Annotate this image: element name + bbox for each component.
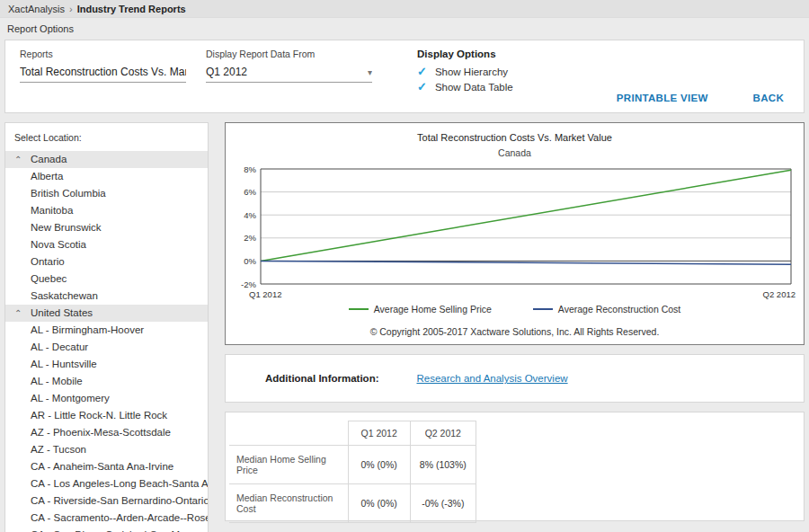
location-tree-item-label: Quebec [31,270,67,288]
location-tree-item[interactable]: AL - Mobile [5,373,208,390]
location-tree-item[interactable]: Saskatchewan [5,288,208,305]
legend-label: Average Reconstruction Cost [558,304,680,315]
select-location-label: Select Location: [5,123,208,151]
location-tree-item[interactable]: CA - Sacramento--Arden-Arcade--Roseville [5,510,208,527]
period-select[interactable]: Q1 2012 ▾ [206,66,372,83]
chevron-up-icon [14,492,31,510]
svg-text:Q2 2012: Q2 2012 [762,289,795,299]
chart-title: Total Reconstruction Costs Vs. Market Va… [226,132,804,143]
chevron-up-icon [14,339,31,356]
location-tree-item-label: AL - Montgomery [31,390,110,407]
show-data-table-label: Show Data Table [435,82,513,93]
show-hierarchy-label: Show Hierarchy [435,66,508,77]
show-data-table-checkbox[interactable]: ✓ Show Data Table [417,79,513,94]
location-tree-item-label: AL - Mobile [31,373,83,390]
location-tree-item[interactable]: AL - Huntsville [5,356,208,373]
location-tree-item-label: AL - Birmingham-Hoover [31,322,144,339]
legend-label: Average Home Selling Price [374,304,492,315]
location-tree-item[interactable]: AR - Little Rock-N. Little Rock [5,407,208,424]
location-panel: Select Location: ⌃ Canada Alberta [4,122,209,532]
chevron-up-icon [14,185,31,202]
location-tree-item[interactable]: AZ - Tucson [5,441,208,458]
location-tree-item[interactable]: ⌃ United States [5,305,208,322]
breadcrumb-root-link[interactable]: XactAnalysis [8,4,65,14]
location-tree-item[interactable]: AL - Decatur [5,339,208,356]
research-analysis-link[interactable]: Research and Analysis Overview [416,373,567,384]
printable-view-button[interactable]: PRINTABLE VIEW [617,93,708,103]
back-button[interactable]: BACK [753,93,784,103]
trend-line-chart: 8%6%4%2%0%-2%Q1 2012Q2 2012 [232,164,798,301]
row-label: Median Reconstruction Cost [229,484,348,523]
chevron-up-icon [14,168,31,185]
chevron-up-icon [14,510,31,527]
svg-text:Q1 2012: Q1 2012 [249,289,281,299]
column-header-q1: Q1 2012 [348,421,410,446]
location-tree-item[interactable]: Quebec [5,270,208,288]
svg-text:0%: 0% [244,256,256,266]
location-tree-item-label: Alberta [31,168,63,185]
location-tree-item[interactable]: Ontario [5,253,208,270]
breadcrumb-current: Industry Trend Reports [77,4,186,14]
location-tree-item-label: British Columbia [31,185,106,202]
show-hierarchy-checkbox[interactable]: ✓ Show Hierarchy [417,64,513,79]
cell-value: 0% (0%) [348,446,410,484]
chevron-up-icon [14,458,31,475]
location-tree-item[interactable]: CA - Anaheim-Santa Ana-Irvine [5,458,208,475]
location-tree-item-label: CA - Los Angeles-Long Beach-Santa Ana [31,475,208,492]
chevron-up-icon [14,202,31,219]
location-tree-item-label: Manitoba [31,202,73,219]
svg-text:4%: 4% [244,210,256,220]
location-tree-item-label: Saskatchewan [31,288,98,305]
location-tree-item-label: AR - Little Rock-N. Little Rock [31,407,167,424]
display-options-group: Display Options ✓ Show Hierarchy ✓ Show … [417,49,513,94]
checkmark-icon: ✓ [417,65,427,78]
location-tree-item[interactable]: Alberta [5,168,208,185]
location-tree-item-label: AZ - Phoenix-Mesa-Scottsdale [31,424,171,441]
location-tree-item[interactable]: New Brunswick [5,219,208,236]
reports-select[interactable]: Total Reconstruction Costs Vs. Mark... ▾ [20,66,186,83]
chart-panel: Total Reconstruction Costs Vs. Market Va… [225,122,805,345]
chevron-up-icon [14,407,31,424]
location-tree-item-label: AL - Huntsville [31,356,97,373]
cell-value: -0% (-3%) [410,484,476,523]
location-tree-item[interactable]: CA - Riverside-San Bernardino-Ontario [5,492,208,510]
location-tree-item[interactable]: British Columbia [5,185,208,202]
legend-item-selling-price: Average Home Selling Price [349,304,492,315]
cell-value: 0% (0%) [348,484,410,523]
reports-select-value: Total Reconstruction Costs Vs. Mark... [20,66,186,78]
chevron-up-icon [14,475,31,492]
median-data-table: Q1 2012 Q2 2012 Median Home Selling Pric… [229,421,476,523]
chevron-up-icon: ⌃ [14,151,31,168]
chevron-up-icon [14,236,31,253]
location-tree-item[interactable]: Nova Scotia [5,236,208,253]
location-tree-item-label: Nova Scotia [31,236,86,253]
row-label: Median Home Selling Price [229,446,348,484]
column-header-q2: Q2 2012 [410,421,476,446]
location-tree-item-label: New Brunswick [31,219,102,236]
location-tree-item-label: Ontario [31,253,65,270]
report-options-title: Report Options [7,23,802,34]
location-tree-item[interactable]: Manitoba [5,202,208,219]
chevron-up-icon [14,219,31,236]
checkmark-icon: ✓ [417,80,427,93]
display-options-label: Display Options [417,49,513,59]
report-options-panel: Reports Total Reconstruction Costs Vs. M… [4,40,805,113]
location-tree-item[interactable]: AZ - Phoenix-Mesa-Scottsdale [5,424,208,441]
location-tree-item[interactable]: AL - Montgomery [5,390,208,407]
chevron-up-icon [14,356,31,373]
empty-header-cell [229,421,348,446]
chevron-up-icon [14,373,31,390]
options-row: Reports Total Reconstruction Costs Vs. M… [20,49,789,94]
copyright-text: © Copyright 2005-2017 Xactware Solutions… [226,326,804,337]
location-tree-item[interactable]: CA - San Diego-Carlsbad-San Marcos [5,527,208,532]
table-header-row: Q1 2012 Q2 2012 [229,421,476,446]
location-tree-item[interactable]: AL - Birmingham-Hoover [5,322,208,339]
location-tree-item-label: CA - Riverside-San Bernardino-Ontario [31,492,208,510]
location-tree-item-label: United States [31,305,93,322]
location-tree-item[interactable]: ⌃ Canada [5,151,208,168]
svg-text:2%: 2% [244,233,256,243]
location-tree-item-label: AZ - Tucson [31,441,86,458]
legend-line-green-icon [349,308,369,310]
location-tree-item[interactable]: CA - Los Angeles-Long Beach-Santa Ana [5,475,208,492]
location-tree-item-label: Canada [31,151,67,168]
